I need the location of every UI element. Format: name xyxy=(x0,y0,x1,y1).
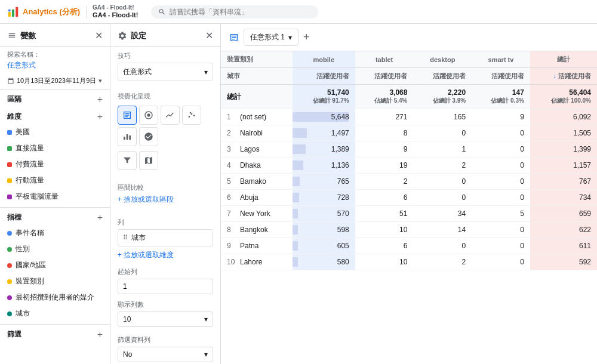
dim-item-美國[interactable]: 美國 xyxy=(0,124,110,140)
show-rows-select[interactable]: 10 ▾ xyxy=(118,311,213,327)
metric-item-事件名稱[interactable]: 事件名稱 xyxy=(0,225,110,241)
row-add-btn[interactable]: + 捨放或選取維度 xyxy=(110,248,220,263)
total-tablet: 3,068 佔總計 5.4% xyxy=(355,85,414,109)
city-name[interactable]: New York xyxy=(240,209,270,218)
viz-bar-btn[interactable] xyxy=(118,127,137,146)
row-mobile: 580 xyxy=(293,254,355,270)
compare-add-btn[interactable]: + 捨放或選取區段 xyxy=(118,195,213,205)
row-chip[interactable]: ⠿ 城市 xyxy=(118,229,213,246)
table-row: 3 Lagos 1,389 9 1 0 1,399 xyxy=(221,141,597,158)
metric-label: 國家/地區 xyxy=(16,260,46,270)
viz-table-btn[interactable] xyxy=(118,106,137,125)
filter-rows-select[interactable]: No ▾ xyxy=(118,347,213,362)
calendar-icon xyxy=(7,78,14,85)
report-name-label: 探索名稱： xyxy=(7,50,103,59)
metric-item-性別[interactable]: 性別 xyxy=(0,241,110,257)
metrics-header: 指標 + xyxy=(0,207,110,225)
total-mobile-pct: 佔總計 91.7% xyxy=(298,97,349,105)
total-mobile-val: 51,740 xyxy=(327,88,349,97)
mobile-metric-header[interactable]: 活躍使用者 xyxy=(293,68,355,85)
svg-rect-0 xyxy=(8,12,11,17)
svg-rect-10 xyxy=(127,134,128,140)
metric-item-國家地區[interactable]: 國家/地區 xyxy=(0,257,110,273)
row-desktop: 0 xyxy=(413,190,472,206)
city-name[interactable]: Patna xyxy=(240,242,259,250)
viz-scatter-btn[interactable] xyxy=(182,106,201,125)
add-chart-btn[interactable]: + xyxy=(303,31,310,44)
main-layout: 變數 ✕ 探索名稱： 任意形式 10月13日至2023年11月9日 ▾ 區隔 +… xyxy=(0,24,597,364)
total-tablet-pct: 佔總計 5.4% xyxy=(361,97,408,105)
date-range-text: 10月13日至2023年11月9日 xyxy=(17,76,96,85)
total-label: 總計 xyxy=(221,85,293,109)
row-mobile: 1,497 xyxy=(293,125,355,141)
metric-item-媒介[interactable]: 最初招攬到使用者的媒介 xyxy=(0,289,110,306)
start-row-label: 起始列 xyxy=(110,263,220,277)
technique-select[interactable]: 任意形式 ▾ xyxy=(118,63,213,81)
viz-map-btn[interactable] xyxy=(139,151,158,170)
search-input[interactable] xyxy=(170,8,311,16)
dim-item-付費流量[interactable]: 付費流量 xyxy=(0,156,110,172)
technique-label: 技巧 xyxy=(110,47,220,63)
viz-line-btn[interactable] xyxy=(161,106,180,125)
row-smarttv: 0 xyxy=(472,254,530,270)
city-name[interactable]: (not set) xyxy=(240,113,266,121)
row-tablet: 10 xyxy=(355,254,414,270)
city-name[interactable]: Dhaka xyxy=(240,161,261,169)
row-tablet: 19 xyxy=(355,158,414,174)
viz-label: 視覺化呈現 xyxy=(110,87,220,103)
compare-section: 區間比較 + 捨放或選取區段 xyxy=(110,180,220,208)
row-desktop: 0 xyxy=(413,238,472,254)
metric-item-裝置類別[interactable]: 裝置類別 xyxy=(0,273,110,289)
rows-label: 列 xyxy=(110,213,220,228)
viz-funnel-btn[interactable] xyxy=(118,151,137,170)
search-bar[interactable] xyxy=(151,5,318,18)
start-row-input[interactable] xyxy=(118,279,213,294)
table-row: 4 Dhaka 1,136 19 2 0 1,157 xyxy=(221,158,597,174)
viz-donut-btn[interactable] xyxy=(139,106,158,125)
row-smarttv: 0 xyxy=(472,222,530,238)
table-row: 2 Nairobi 1,497 8 0 0 1,505 xyxy=(221,125,597,141)
chart-type-btn[interactable]: 任意形式 1 ▾ xyxy=(244,29,298,46)
row-desktop: 34 xyxy=(413,206,472,222)
add-segment-btn[interactable]: + xyxy=(97,95,103,104)
variable-icon xyxy=(7,31,17,41)
add-dimension-btn[interactable]: + xyxy=(97,112,103,122)
city-name[interactable]: Lagos xyxy=(240,145,260,153)
city-name[interactable]: Nairobi xyxy=(240,129,263,137)
total-desktop-val: 2,220 xyxy=(448,88,466,97)
svg-point-8 xyxy=(190,112,192,114)
row-num: 6 xyxy=(227,193,238,202)
dimensions-header: 維度 + xyxy=(0,107,110,124)
metric-item-城市[interactable]: 城市 xyxy=(0,306,110,322)
add-filter-btn[interactable]: + xyxy=(97,330,103,340)
dim-label: 行動流量 xyxy=(16,175,44,186)
add-metric-btn[interactable]: + xyxy=(97,213,103,223)
city-name[interactable]: Bamako xyxy=(240,177,266,186)
total-desktop-pct: 佔總計 3.9% xyxy=(419,97,466,105)
sidebar-variables-header: 變數 ✕ xyxy=(0,24,110,47)
row-city: 9 Patna xyxy=(221,238,293,254)
city-name[interactable]: Abuja xyxy=(240,193,259,202)
dim-item-直接流量[interactable]: 直接流量 xyxy=(0,140,110,156)
report-name-value[interactable]: 任意形式 xyxy=(7,60,103,70)
dim-item-行動流量[interactable]: 行動流量 xyxy=(0,172,110,189)
city-name[interactable]: Bangkok xyxy=(240,226,268,234)
filter-rows-label: 篩選資料列 xyxy=(110,331,220,346)
row-mobile-val: 598 xyxy=(337,226,349,234)
total-smarttv-pct: 佔總計 0.3% xyxy=(478,97,524,105)
date-range[interactable]: 10月13日至2023年11月9日 ▾ xyxy=(0,74,110,90)
row-smarttv: 0 xyxy=(472,141,530,158)
row-total: 1,399 xyxy=(530,141,597,158)
compare-label: 區間比較 xyxy=(118,183,213,192)
settings-close-btn[interactable]: ✕ xyxy=(205,30,213,41)
row-num: 7 xyxy=(227,209,238,218)
mobile-group-header: mobile xyxy=(293,51,355,68)
table-row: 8 Bangkok 598 10 14 0 622 xyxy=(221,222,597,238)
svg-point-3 xyxy=(8,9,11,11)
total-all: 56,404 佔總計 100.0% xyxy=(530,85,597,109)
property-name: GA4 - Flood-It! xyxy=(93,11,138,19)
viz-geo-btn[interactable] xyxy=(139,127,158,146)
city-name[interactable]: Lahore xyxy=(240,258,262,266)
sidebar-close-btn[interactable]: ✕ xyxy=(95,30,103,41)
dim-item-平板電腦流量[interactable]: 平板電腦流量 xyxy=(0,189,110,205)
